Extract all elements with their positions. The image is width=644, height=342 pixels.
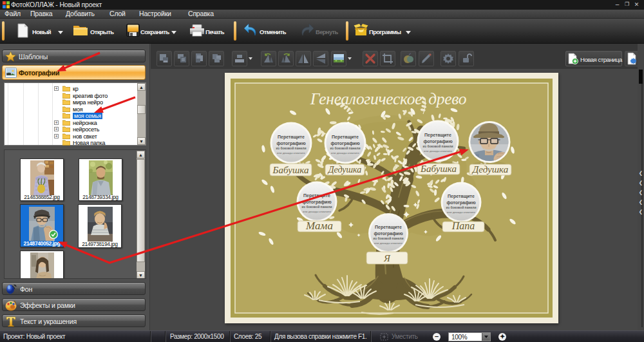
svg-text:Дедушка: Дедушка (471, 164, 508, 175)
svg-text:или дважды кликните: или дважды кликните (447, 211, 476, 214)
svg-text:из боковой панели: из боковой панели (302, 205, 332, 209)
svg-text:фотографию: фотографию (374, 231, 402, 236)
svg-text:из боковой панели: из боковой панели (276, 146, 307, 150)
svg-text:Перетащите: Перетащите (375, 225, 402, 230)
svg-text:Бабушка: Бабушка (420, 164, 457, 174)
svg-text:Бабушка: Бабушка (272, 165, 309, 175)
svg-text:или дважды кликните: или дважды кликните (277, 151, 306, 155)
svg-text:Я: Я (383, 253, 391, 263)
svg-text:или дважды кликните: или дважды кликните (374, 242, 403, 245)
svg-text:или дважды кликните: или дважды кликните (303, 210, 332, 213)
svg-text:из боковой панели: из боковой панели (446, 205, 477, 209)
svg-text:или дважды кликните: или дважды кликните (424, 149, 453, 153)
svg-text:Папа: Папа (451, 220, 475, 231)
svg-text:из боковой панели: из боковой панели (423, 144, 453, 148)
svg-text:или дважды кликните: или дважды кликните (331, 151, 360, 155)
svg-text:Генеалогическое древо: Генеалогическое древо (310, 90, 466, 108)
svg-text:Перетащите: Перетащите (424, 133, 451, 138)
svg-text:Мама: Мама (305, 220, 333, 232)
svg-text:фотографию: фотографию (302, 200, 331, 205)
svg-text:из боковой панели: из боковой панели (374, 236, 404, 240)
svg-text:фотографию: фотографию (330, 141, 359, 146)
svg-text:Дедушка: Дедушка (327, 165, 362, 175)
svg-text:фотографию: фотографию (276, 141, 305, 146)
svg-text:Перетащите: Перетащите (448, 194, 475, 199)
svg-text:Перетащите: Перетащите (278, 135, 305, 140)
svg-text:фотографию: фотографию (423, 139, 452, 144)
svg-text:из боковой панели: из боковой панели (330, 146, 361, 150)
svg-text:Перетащите: Перетащите (303, 193, 330, 198)
svg-text:Перетащите: Перетащите (332, 135, 359, 140)
svg-text:фотографию: фотографию (446, 200, 475, 205)
